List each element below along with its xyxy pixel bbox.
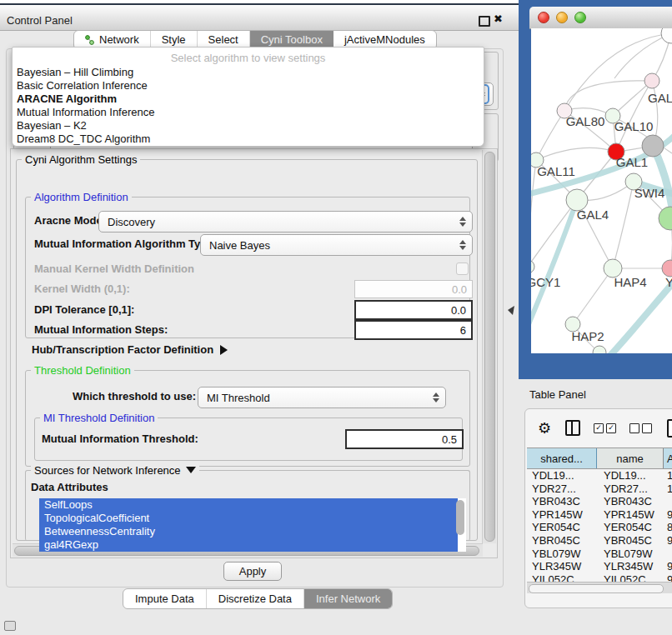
table-row[interactable]: YLR345WYLR345W9. [527, 560, 672, 573]
scrollbar-thumb[interactable] [529, 584, 664, 593]
table-row[interactable]: YIL052CYIL052C9 [527, 573, 672, 582]
docked-panel-icon[interactable] [4, 621, 16, 631]
network-node[interactable] [642, 135, 664, 157]
tab-discretize-data[interactable]: Discretize Data [207, 589, 304, 608]
dropdown-item[interactable]: Bayesian – K2 [17, 119, 87, 132]
mi-threshold-label: Mutual Information Threshold: [42, 432, 198, 445]
hub-section-toggle[interactable]: Hub/Transcription Factor Definition [32, 343, 228, 356]
minimize-traffic-light-icon[interactable] [556, 12, 568, 23]
network-node[interactable] [662, 260, 672, 277]
dropdown-item[interactable]: Bayesian – Hill Climbing [17, 66, 133, 79]
node-label: GAL [648, 91, 672, 105]
mi-steps-label: Mutual Information Steps: [34, 323, 168, 336]
list-item[interactable]: BetweennessCentrality [39, 525, 458, 538]
gear-icon[interactable]: ⚙ [538, 419, 551, 438]
list-item[interactable]: TopologicalCoefficient [39, 512, 458, 525]
zoom-traffic-light-icon[interactable] [574, 12, 586, 23]
network-node[interactable] [659, 207, 672, 230]
list-item[interactable]: SelfLoops [39, 498, 458, 512]
node-label: GAL10 [614, 119, 654, 133]
table-row[interactable]: YER054CYER054C8. [527, 521, 672, 534]
control-panel-titlebar: Control Panel ✖ [0, 3, 519, 31]
sources-title: Sources for Network Inference [34, 464, 181, 477]
group-title: Cyni Algorithm Settings [22, 153, 140, 166]
algorithm-dropdown-popup: Select algorithm to view settings Bayesi… [12, 47, 484, 147]
mi-threshold-field[interactable]: 0.5 [345, 429, 464, 449]
scrollbar-thumb[interactable] [456, 500, 464, 535]
kernel-width-field[interactable]: 0.0 [354, 280, 473, 298]
node-label: GCY1 [531, 275, 560, 289]
group-title: Algorithm Definition [31, 191, 132, 203]
aracne-mode-combo[interactable]: Discovery [98, 211, 473, 232]
table-toolbar: ⚙ ✓✓ [525, 409, 672, 447]
node-label: Y [665, 275, 672, 289]
sources-group: Sources for Network Inference Data Attri… [25, 470, 470, 541]
node-label: GAL11 [537, 164, 575, 178]
tab-infer-network[interactable]: Infer Network [304, 589, 392, 608]
data-attributes-label: Data Attributes [31, 481, 108, 493]
node-label: HAP2 [571, 329, 604, 343]
cyni-settings-group: Cyni Algorithm Settings Algorithm Defini… [16, 159, 478, 541]
node-label: HAP4 [614, 275, 646, 289]
table-row[interactable]: YBR045CYBR045C9. [527, 534, 672, 548]
mi-type-combo[interactable]: Naive Bayes [200, 234, 473, 256]
table-row[interactable]: YDL19...YDL19...13 [527, 469, 672, 482]
dropdown-item[interactable]: Mutual Information Inference [17, 106, 154, 119]
group-title[interactable]: Sources for Network Inference [31, 464, 199, 477]
combo-value: Discovery [99, 216, 457, 228]
node-table: shared... name A YDL19...YDL19...13 YDR2… [527, 448, 672, 572]
manual-kernel-checkbox[interactable] [456, 262, 469, 275]
table-row[interactable]: YPR145WYPR145W9. [527, 508, 672, 522]
table-row[interactable]: YBL079WYBL079W [527, 548, 672, 561]
node-label: SWI4 [634, 186, 665, 200]
list-scrollbar[interactable] [456, 500, 464, 547]
apply-button[interactable]: Apply [223, 562, 282, 581]
table-panel-title: Table Panel [529, 388, 586, 401]
vertical-scrollbar[interactable] [482, 150, 496, 543]
column-header-shared-name[interactable]: shared... [527, 448, 597, 468]
column-header-partial[interactable]: A [664, 448, 672, 468]
dropdown-item[interactable]: Basic Correlation Inference [17, 79, 148, 92]
table-row[interactable]: YDR27...YDR27...12 [527, 482, 672, 496]
which-threshold-combo[interactable]: MI Threshold [198, 387, 446, 408]
network-node[interactable] [644, 73, 659, 88]
aracne-mode-label: Aracne Mode: [34, 214, 106, 227]
split-columns-icon[interactable] [565, 420, 580, 436]
dropdown-item[interactable]: Dream8 DC_TDC Algorithm [17, 132, 150, 146]
table-row[interactable]: YBR043CYBR043C [527, 495, 672, 508]
combo-stepper [457, 238, 469, 252]
dpi-tolerance-label: DPI Tolerance [0,1]: [34, 303, 134, 316]
dropdown-item-selected[interactable]: ARACNE Algorithm [17, 92, 117, 106]
tab-impute-data[interactable]: Impute Data [123, 589, 207, 608]
list-item[interactable]: gal4RGexp [39, 538, 458, 552]
column-header-name[interactable]: name [597, 448, 664, 468]
document-icon[interactable] [667, 419, 672, 438]
table-horizontal-scrollbar[interactable] [527, 582, 672, 593]
network-node[interactable] [531, 260, 534, 273]
close-traffic-light-icon[interactable] [538, 12, 549, 23]
checked-pair-icon[interactable]: ✓✓ [594, 423, 616, 433]
network-window-titlebar [529, 7, 672, 29]
hub-section-label: Hub/Transcription Factor Definition [32, 343, 213, 356]
dpi-tolerance-field[interactable]: 0.0 [354, 300, 473, 320]
scrollbar-thumb[interactable] [484, 152, 495, 542]
network-node[interactable] [593, 346, 606, 353]
network-svg: GALGAL80GAL10GAL1GAL11SWI4GAL4GCY1HAP4YH… [531, 28, 672, 353]
settings-scrollpane: Cyni Algorithm Settings Algorithm Defini… [10, 148, 498, 558]
expand-right-icon [220, 345, 228, 355]
network-canvas[interactable]: GALGAL80GAL10GAL1GAL11SWI4GAL4GCY1HAP4YH… [531, 28, 672, 353]
mi-steps-field[interactable]: 6 [354, 320, 473, 340]
network-node[interactable] [661, 28, 672, 43]
which-threshold-label: Which threshold to use: [73, 390, 196, 402]
field-value: 0.5 [442, 433, 457, 446]
close-icon[interactable]: ✖ [494, 12, 503, 25]
table-panel: ⚙ ✓✓ shared... name A YDL19...YDL19...13… [524, 408, 672, 608]
mouse-cursor [507, 306, 515, 316]
mi-threshold-group: MI Threshold Definition Mutual Informati… [34, 418, 463, 461]
float-window-icon[interactable] [479, 16, 490, 27]
combo-value: MI Threshold [198, 392, 430, 404]
node-label: GAL4 [577, 208, 609, 222]
dropdown-placeholder: Select algorithm to view settings [13, 52, 484, 64]
algorithm-definition-group: Algorithm Definition Aracne Mode: Discov… [25, 197, 470, 338]
unchecked-pair-icon[interactable] [629, 423, 652, 433]
